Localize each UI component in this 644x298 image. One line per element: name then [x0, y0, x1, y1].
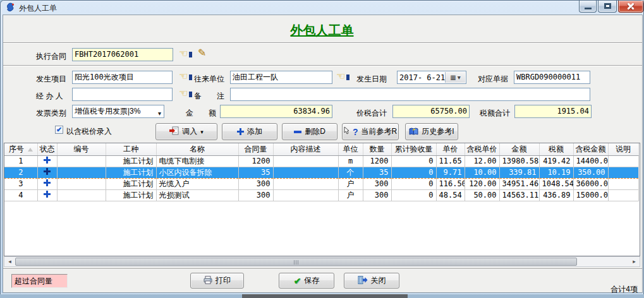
- table-cell[interactable]: 施工计划: [106, 178, 156, 189]
- column-header-7[interactable]: 内容描述: [273, 143, 338, 155]
- table-cell[interactable]: [273, 189, 338, 201]
- table-cell[interactable]: 48.54: [436, 189, 465, 201]
- contract-input[interactable]: FBHT2017062001: [72, 48, 173, 61]
- table-cell[interactable]: 电缆下电割接: [156, 155, 238, 167]
- tax-included-checkbox[interactable]: ✔: [55, 126, 63, 134]
- horizontal-scrollbar[interactable]: ◂ ▸: [4, 256, 640, 267]
- project-picker-hand-icon[interactable]: ☜: [179, 71, 193, 83]
- table-cell[interactable]: 2: [4, 167, 37, 178]
- table-cell[interactable]: 14400.00: [573, 155, 608, 167]
- table-cell[interactable]: 10.19: [539, 167, 573, 178]
- table-cell[interactable]: [57, 167, 106, 178]
- table-cell[interactable]: 0: [391, 178, 436, 189]
- column-header-4[interactable]: 工种: [106, 143, 156, 155]
- table-cell[interactable]: [608, 167, 638, 178]
- table-cell[interactable]: 339.81: [499, 167, 539, 178]
- table-cell[interactable]: 户: [338, 178, 363, 189]
- table-cell[interactable]: 1200: [363, 155, 391, 167]
- add-button[interactable]: 添加: [222, 123, 277, 140]
- remark-input[interactable]: [230, 88, 590, 101]
- table-cell[interactable]: 3: [4, 178, 37, 189]
- scrollbar-thumb[interactable]: [15, 258, 577, 266]
- table-row[interactable]: 1施工计划电缆下电割接1200m1200011.6512.0013980.584…: [4, 155, 638, 167]
- column-header-5[interactable]: 名称: [156, 143, 238, 155]
- table-cell[interactable]: [608, 178, 638, 189]
- table-cell[interactable]: 120.00: [465, 178, 499, 189]
- table-cell[interactable]: [273, 178, 338, 189]
- table-cell[interactable]: [273, 155, 338, 167]
- scroll-right-icon[interactable]: ▸: [629, 257, 640, 266]
- table-cell[interactable]: 光缆入户: [156, 178, 238, 189]
- column-header-15[interactable]: 含税金额: [573, 143, 608, 155]
- column-header-12[interactable]: 含税单价: [465, 143, 499, 155]
- column-header-10[interactable]: 累计验收量: [391, 143, 436, 155]
- handler-input[interactable]: [72, 88, 173, 101]
- table-cell[interactable]: [57, 178, 106, 189]
- table-cell[interactable]: [37, 178, 57, 189]
- table-cell[interactable]: 35: [238, 167, 273, 178]
- maximize-button[interactable]: [598, 1, 617, 13]
- save-button[interactable]: ✔ 保存: [279, 273, 334, 289]
- column-header-3[interactable]: 编号: [57, 143, 106, 155]
- close-button[interactable]: 关闭: [344, 273, 399, 289]
- table-cell[interactable]: 施工计划: [106, 167, 156, 178]
- table-cell[interactable]: 15000.00: [573, 189, 608, 201]
- column-header-13[interactable]: 金额: [499, 143, 539, 155]
- print-button[interactable]: 打印: [190, 273, 244, 289]
- table-cell[interactable]: 施工计划: [106, 189, 156, 201]
- column-header-1[interactable]: 序号: [4, 143, 37, 155]
- history-reference-button[interactable]: 历史参考I: [405, 123, 458, 140]
- table-cell[interactable]: [57, 155, 106, 167]
- table-cell[interactable]: 116.50: [436, 178, 465, 189]
- scroll-left-icon[interactable]: ◂: [4, 257, 15, 266]
- table-cell[interactable]: 419.42: [539, 155, 573, 167]
- column-header-14[interactable]: 税额: [539, 143, 573, 155]
- table-cell[interactable]: 300: [363, 189, 391, 201]
- column-header-11[interactable]: 单价: [436, 143, 465, 155]
- delete-button[interactable]: 删除D: [282, 123, 337, 140]
- column-header-9[interactable]: 数量: [363, 143, 391, 155]
- table-cell[interactable]: 0: [391, 167, 436, 178]
- table-cell[interactable]: 光损测试: [156, 189, 238, 201]
- table-cell[interactable]: 300: [238, 178, 273, 189]
- table-cell[interactable]: 0: [391, 189, 436, 201]
- table-cell[interactable]: m: [338, 155, 363, 167]
- table-row[interactable]: 3施工计划光缆入户300户3000116.50120.0034951.46104…: [4, 178, 638, 189]
- table-cell[interactable]: 施工计划: [106, 155, 156, 167]
- current-reference-button[interactable]: ? 当前参考R: [342, 123, 399, 140]
- edit-pencil-icon[interactable]: ✎: [198, 47, 206, 59]
- close-window-button[interactable]: [618, 1, 643, 13]
- table-cell[interactable]: 4: [4, 189, 37, 201]
- table-cell[interactable]: 13980.58: [499, 155, 539, 167]
- column-header-2[interactable]: 状态: [37, 143, 57, 155]
- table-cell[interactable]: 个: [338, 167, 363, 178]
- column-header-6[interactable]: 合同量: [238, 143, 273, 155]
- table-cell[interactable]: 36000.00: [573, 178, 608, 189]
- table-cell[interactable]: [37, 167, 57, 178]
- calendar-dropdown-button[interactable]: ▦ ▾: [445, 72, 465, 83]
- partner-input[interactable]: 油田工程一队: [230, 71, 332, 84]
- table-cell[interactable]: 12.00: [465, 155, 499, 167]
- table-cell[interactable]: 户: [338, 189, 363, 201]
- table-cell[interactable]: 0: [391, 155, 436, 167]
- table-cell[interactable]: 1048.54: [539, 178, 573, 189]
- table-cell[interactable]: 300: [238, 189, 273, 201]
- table-cell[interactable]: 1200: [238, 155, 273, 167]
- date-picker[interactable]: 2017- 6-21 ▦ ▾: [397, 71, 466, 84]
- table-cell[interactable]: 50.00: [465, 189, 499, 201]
- table-row[interactable]: 2施工计划小区内设备拆除35个3509.7110.00339.8110.1935…: [4, 167, 638, 178]
- project-input[interactable]: 阳光100光改项目: [72, 71, 173, 84]
- table-cell[interactable]: [37, 189, 57, 201]
- invoice-type-select[interactable]: 增值税专用发票|3% ▾: [72, 105, 164, 118]
- table-cell[interactable]: 1: [4, 155, 37, 167]
- partner-picker-hand-icon[interactable]: ☜: [336, 71, 350, 83]
- import-button[interactable]: 调入 ▾: [155, 123, 217, 140]
- ref-doc-input[interactable]: WBRGD090000011: [514, 71, 590, 84]
- contract-picker-hand-icon[interactable]: ☜: [179, 48, 193, 61]
- table-cell[interactable]: 35: [363, 167, 391, 178]
- table-cell[interactable]: 34951.46: [499, 178, 539, 189]
- column-header-8[interactable]: 单位: [338, 143, 363, 155]
- table-cell[interactable]: [608, 189, 638, 201]
- table-cell[interactable]: 436.89: [539, 189, 573, 201]
- table-cell[interactable]: [608, 155, 638, 167]
